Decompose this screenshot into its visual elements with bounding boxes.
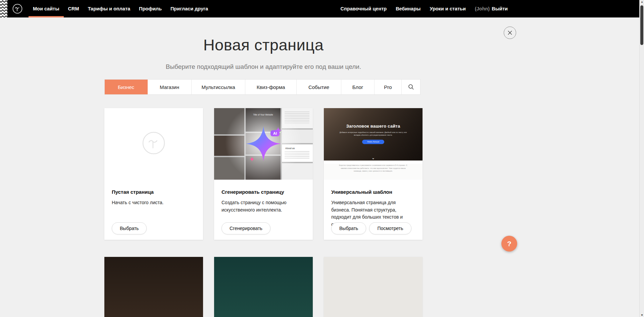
nav-item-webinars[interactable]: Вебинары: [396, 0, 420, 17]
card-actions: Выбрать: [112, 222, 147, 234]
tab-quiz-form[interactable]: Квиз-форма: [245, 80, 297, 94]
tilda-logo[interactable]: [12, 3, 23, 14]
tab-multilink[interactable]: Мультиссылка: [192, 80, 245, 94]
nav-item-crm[interactable]: CRM: [64, 0, 84, 17]
card-body: Пустая страница Начать с чистого листа. …: [104, 180, 203, 240]
card-universal-template[interactable]: Заголовок вашего сайта Добавьте интересн…: [324, 108, 423, 240]
question-mark-icon: ?: [507, 240, 511, 248]
nav-item-lessons[interactable]: Уроки и статьи: [430, 0, 465, 17]
help-button[interactable]: ?: [501, 236, 517, 252]
select-universal-button[interactable]: Выбрать: [331, 222, 366, 234]
card-title: Универсальный шаблон: [331, 189, 415, 195]
select-blank-button[interactable]: Выбрать: [112, 222, 147, 234]
preview-universal-button[interactable]: Посмотреть: [369, 222, 411, 234]
template-grid-row2: [104, 257, 423, 317]
scrollbar[interactable]: ▲ ▼: [639, 0, 644, 317]
user-area: (John) Выйти: [475, 0, 508, 17]
preview-heading: Заголовок вашего сайта: [324, 108, 423, 129]
card-title: Сгенерировать страницу: [221, 189, 305, 195]
page-subtitle: Выберите подходящий шаблон и адаптируйте…: [0, 63, 527, 71]
preview-subtext: Добавьте интересные подробности о вашей …: [338, 131, 409, 137]
tab-pro[interactable]: Pro: [375, 80, 402, 94]
nav-item-invite-friend[interactable]: Пригласи друга: [166, 0, 212, 17]
zigzag-pattern: [0, 0, 7, 17]
chevron-down-icon: ⌄: [324, 156, 423, 160]
nav-item-help-center[interactable]: Справочный центр: [341, 0, 387, 17]
user-name: (John): [475, 0, 490, 17]
close-icon: [507, 30, 512, 35]
card-description: Начать с чистого листа.: [112, 199, 196, 207]
tab-event[interactable]: Событие: [297, 80, 341, 94]
topbar: Мои сайты CRM Тарифы и оплата Профиль Пр…: [0, 0, 639, 17]
ai-generate-preview: Title of Your Website About us: [214, 108, 313, 180]
nav-item-profile[interactable]: Профиль: [135, 0, 166, 17]
card-body: Сгенерировать страницу Создать страницу …: [214, 180, 313, 240]
template-category-tabs: Бизнес Магазин Мультиссылка Квиз-форма С…: [104, 79, 420, 95]
preview-cta-button: Узнать больше: [362, 140, 384, 144]
tilda-watermark-icon: [142, 131, 166, 156]
generate-button[interactable]: Сгенерировать: [221, 222, 270, 234]
card-title: Пустая страница: [112, 189, 196, 195]
search-icon: [408, 84, 414, 90]
scroll-up-icon[interactable]: ▲: [640, 0, 644, 3]
card-actions: Выбрать Посмотреть: [331, 222, 411, 234]
universal-template-preview: Заголовок вашего сайта Добавьте интересн…: [324, 108, 423, 180]
template-preview: [324, 257, 423, 317]
preview-hero: Заголовок вашего сайта Добавьте интересн…: [324, 108, 423, 161]
page-title: Новая страница: [0, 36, 527, 54]
card-blank-page[interactable]: Пустая страница Начать с чистого листа. …: [104, 108, 203, 240]
main-nav: Мои сайты CRM Тарифы и оплата Профиль Пр…: [29, 0, 212, 17]
template-preview: [214, 257, 313, 317]
logout-link[interactable]: Выйти: [492, 0, 508, 17]
nav-item-my-sites[interactable]: Мои сайты: [29, 0, 64, 17]
tab-business[interactable]: Бизнес: [105, 80, 148, 94]
template-card-partial[interactable]: [214, 257, 313, 317]
template-grid: Пустая страница Начать с чистого листа. …: [104, 108, 423, 240]
ai-badge: AI: [270, 130, 280, 136]
card-actions: Сгенерировать: [221, 222, 270, 234]
card-generate-page[interactable]: Title of Your Website About us: [214, 108, 313, 240]
scrollbar-thumb[interactable]: [640, 5, 643, 45]
preview-body-section: Коротко представьтесь и расскажите о ком…: [324, 164, 423, 180]
nav-item-tariffs[interactable]: Тарифы и оплата: [84, 0, 135, 17]
card-description: Создать страницу с помощью искусственног…: [221, 199, 305, 214]
preview-body-text: Коротко представьтесь и расскажите о ком…: [337, 164, 409, 173]
tab-blog[interactable]: Блог: [341, 80, 375, 94]
scroll-down-icon[interactable]: ▼: [640, 314, 644, 317]
secondary-nav: Справочный центр Вебинары Уроки и статьи…: [341, 0, 508, 17]
ai-star-icon: [237, 117, 290, 172]
blank-page-preview: [104, 108, 203, 180]
tab-search[interactable]: [402, 80, 420, 94]
template-card-partial[interactable]: [324, 257, 423, 317]
close-button[interactable]: [504, 27, 516, 39]
template-preview: [104, 257, 203, 317]
card-body: Универсальный шаблон Универсальная стран…: [324, 180, 423, 240]
tab-shop[interactable]: Магазин: [148, 80, 192, 94]
template-card-partial[interactable]: [104, 257, 203, 317]
